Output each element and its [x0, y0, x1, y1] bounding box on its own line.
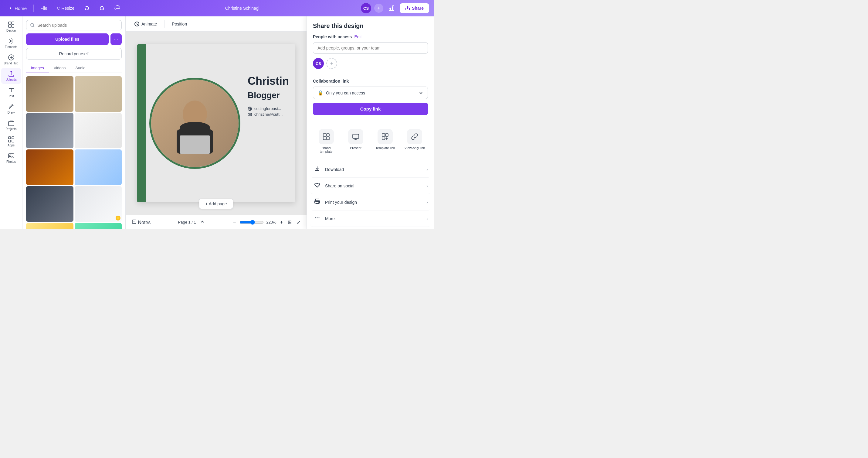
svg-rect-23	[248, 113, 252, 116]
cloud-save-button[interactable]	[112, 3, 124, 13]
share-button[interactable]: Share	[400, 3, 429, 13]
sidebar-item-text[interactable]: Text	[1, 84, 21, 100]
svg-rect-10	[8, 137, 11, 139]
design-title: Christine Schinagl	[225, 6, 259, 11]
user-avatar[interactable]: CS	[361, 3, 371, 13]
tab-videos[interactable]: Videos	[49, 63, 71, 73]
present-label: Present	[350, 146, 362, 150]
template-link-option[interactable]: Template link	[372, 126, 399, 156]
photo-placeholder	[151, 80, 239, 167]
tab-audio[interactable]: Audio	[70, 63, 90, 73]
people-access-label: People with access Edit	[313, 34, 428, 39]
fullscreen-button[interactable]: ⤢	[295, 218, 302, 226]
record-yourself-button[interactable]: Record yourself	[26, 48, 122, 60]
sidebar-item-projects[interactable]: Projects	[1, 117, 21, 133]
home-button[interactable]: Home	[5, 4, 30, 13]
upload-files-button[interactable]: Upload files	[26, 33, 108, 45]
image-thumb-3[interactable]	[26, 113, 73, 148]
zoom-in-button[interactable]: +	[279, 218, 284, 226]
svg-rect-6	[11, 25, 14, 27]
sidebar-item-draw[interactable]: Draw	[1, 101, 21, 117]
share-social-action[interactable]: Share on social ›	[310, 178, 430, 194]
notes-button[interactable]: Notes	[130, 218, 152, 227]
view-only-link-option[interactable]: View-only link	[402, 126, 428, 156]
expand-pages-button[interactable]	[199, 218, 206, 226]
zoom-control: − 223% +	[232, 218, 284, 226]
copy-link-button[interactable]: Copy link	[313, 103, 428, 115]
brand-template-svg	[322, 133, 330, 140]
file-button[interactable]: File	[37, 4, 51, 12]
tab-images[interactable]: Images	[26, 63, 49, 73]
profile-photo	[149, 78, 240, 169]
svg-point-36	[315, 218, 316, 218]
share-social-icon	[313, 182, 321, 190]
add-collaborator-button[interactable]: +	[374, 4, 383, 13]
add-page-button[interactable]: + Add page	[199, 199, 233, 209]
more-action[interactable]: More ›	[310, 210, 430, 227]
sidebar-item-photos[interactable]: Photos	[1, 150, 21, 166]
animate-button[interactable]: Animate	[130, 20, 160, 29]
redo-button[interactable]	[96, 4, 108, 13]
sidebar-item-elements[interactable]: Elements	[1, 35, 21, 51]
design-card: Christin Blogger cuttingforbusi... chris…	[137, 44, 295, 202]
sidebar: Design Elements Brand Hub Uploads Text D…	[0, 17, 23, 229]
sidebar-item-design[interactable]: Design	[1, 19, 21, 35]
search-input[interactable]	[37, 23, 118, 28]
zoom-slider[interactable]	[240, 220, 264, 225]
present-svg	[352, 133, 359, 140]
grid-view-button[interactable]: ⊞	[286, 218, 293, 226]
print-action[interactable]: Print your design ›	[310, 194, 430, 210]
image-thumb-4[interactable]	[75, 113, 122, 148]
topbar-right: CS + Share	[361, 3, 429, 13]
sidebar-item-brand-hub[interactable]: Brand Hub	[1, 52, 21, 67]
image-thumb-2[interactable]	[75, 76, 122, 112]
canvas-area: Animate Position	[126, 17, 307, 229]
website-item: cuttingforbusi...	[248, 106, 289, 111]
image-thumb-8[interactable]: ⭐	[75, 186, 122, 222]
sidebar-item-apps[interactable]: Apps	[1, 134, 21, 149]
user-avatar-cs: CS	[313, 58, 324, 69]
people-input[interactable]	[313, 42, 428, 54]
upload-more-button[interactable]: ···	[111, 33, 122, 45]
chart-icon	[389, 5, 395, 11]
print-svg	[314, 198, 320, 204]
template-link-label: Template link	[375, 146, 395, 150]
image-thumb-10[interactable]	[75, 223, 122, 229]
elements-icon	[8, 38, 14, 44]
cloud-icon	[115, 5, 121, 11]
brand-template-option[interactable]: Brand template	[313, 126, 339, 156]
brand-hub-icon	[8, 54, 14, 61]
design-inner: Christin Blogger cuttingforbusi... chris…	[137, 44, 295, 202]
email-icon	[248, 112, 252, 117]
position-button[interactable]: Position	[168, 20, 191, 28]
image-thumb-6[interactable]	[75, 149, 122, 185]
image-thumb-5[interactable]	[26, 149, 73, 185]
canvas-content[interactable]: Christin Blogger cuttingforbusi... chris…	[126, 32, 307, 215]
access-dropdown[interactable]: 🔒 Only you can access	[313, 87, 428, 99]
print-icon	[313, 198, 321, 206]
image-thumb-7[interactable]	[26, 186, 73, 222]
image-thumb-9[interactable]	[26, 223, 73, 229]
download-action[interactable]: Download ›	[310, 161, 430, 178]
download-label: Download	[325, 167, 423, 172]
present-option[interactable]: Present	[342, 126, 369, 156]
image-thumb-1[interactable]	[26, 76, 73, 112]
present-icon	[348, 129, 363, 144]
brand-template-icon	[319, 129, 334, 144]
edit-link[interactable]: Edit	[354, 34, 362, 39]
undo-button[interactable]	[81, 4, 93, 13]
sidebar-item-uploads[interactable]: Uploads	[1, 68, 21, 84]
add-person-button[interactable]: +	[326, 58, 337, 69]
resize-button[interactable]: ⬡ Resize	[54, 4, 78, 12]
more-svg	[314, 215, 320, 221]
svg-rect-31	[385, 134, 388, 136]
svg-rect-27	[323, 137, 326, 140]
share-panel-title: Share this design	[313, 23, 428, 29]
photos-label: Photos	[6, 160, 16, 163]
zoom-out-button[interactable]: −	[232, 218, 237, 226]
analytics-button[interactable]	[386, 3, 397, 13]
zoom-level: 223%	[266, 220, 276, 224]
svg-point-7	[10, 40, 12, 42]
share-options-grid: Brand template Present Template link Vie…	[307, 126, 434, 161]
svg-rect-30	[382, 134, 385, 136]
